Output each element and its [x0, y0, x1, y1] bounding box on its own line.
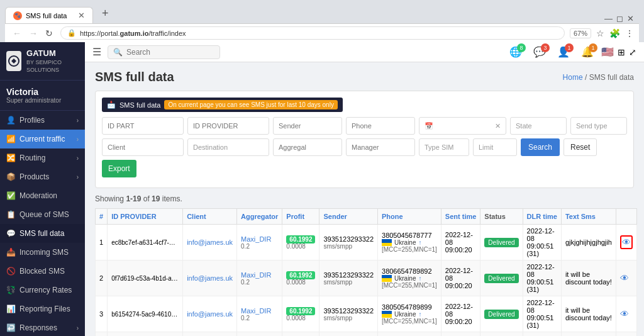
aggregal-input[interactable] [273, 138, 342, 156]
view-button[interactable]: 👁 [620, 273, 629, 283]
top-bar: ☰ 🔍 🌐 8 💬 3 👤 1 [85, 42, 644, 62]
col-sent-time[interactable]: Sent time [441, 209, 480, 225]
grid-view-btn[interactable]: ⊞ [618, 47, 625, 57]
cell-aggregator: Maxi_DIR 0.2 [237, 260, 282, 296]
cell-profit: 60.1992 0.0008 [282, 332, 319, 337]
sidebar-item-profiles[interactable]: 👤Profiles › [0, 111, 85, 130]
extensions-icon[interactable]: 🧩 [609, 28, 620, 38]
reset-button[interactable]: Reset [564, 138, 597, 156]
export-button[interactable]: Export [102, 160, 136, 177]
col-profit[interactable]: Profit [282, 209, 319, 225]
view-button[interactable]: 👁 [620, 235, 633, 249]
notification-btn-3[interactable]: 👤 1 [553, 45, 574, 59]
sidebar-item-moderation[interactable]: ✅Moderation [0, 186, 85, 205]
browser-restore[interactable]: ◻ [616, 14, 623, 23]
notification-btn-4[interactable]: 🔔 1 [577, 45, 597, 59]
cell-text-sms: it will be discount today! [561, 260, 616, 296]
sidebar-item-current-traffic[interactable]: 📶Current traffic › [0, 130, 85, 148]
client-link[interactable]: info@james.uk [187, 310, 233, 318]
language-flag[interactable]: 🇺🇸 [601, 46, 614, 58]
cell-num: 4 [96, 332, 108, 337]
date-picker[interactable]: 📅 ✕ [419, 117, 506, 135]
col-num[interactable]: # [96, 209, 108, 225]
sidebar-item-responses[interactable]: ↩️Responses › [0, 318, 85, 336]
phone-input[interactable] [346, 117, 415, 135]
cell-phone: 3806654789892 Ukraine ↑ [MCC=255,MNC=1] [378, 260, 441, 296]
client-input[interactable] [102, 138, 184, 156]
limit-select[interactable]: Limit [473, 138, 517, 156]
top-bar-right: 🌐 8 💬 3 👤 1 🔔 1 🇺🇸 ⊞ ⤢ [506, 45, 636, 59]
sidebar-item-reporting-files[interactable]: 📊Reporting Files [0, 300, 85, 318]
cell-text-sms: gjkjghijhjgjhgjih [561, 225, 616, 260]
tab-title: SMS full data [26, 12, 74, 20]
manager-input[interactable] [346, 138, 415, 156]
cell-status: Delivered [480, 225, 523, 260]
cell-status: Delivered [480, 260, 523, 296]
client-link[interactable]: info@james.uk [187, 274, 233, 282]
col-dlr-time[interactable]: DLR time [523, 209, 561, 225]
sidebar-item-currency-rates[interactable]: 💱Currency Rates [0, 281, 85, 300]
state-select[interactable]: State [510, 117, 567, 135]
expand-btn[interactable]: ⤢ [629, 47, 636, 57]
filter-notice: 📩 SMS full data On current page you can … [102, 98, 343, 112]
cell-sent-time: 2022-12-08 09:00:20 [441, 225, 480, 260]
sidebar-item-routing[interactable]: 🔀Routing › [0, 148, 85, 167]
url-bar[interactable]: 🔒 https://portal.gatum.io/traffic/index [60, 26, 565, 40]
col-id-provider[interactable]: ID PROVIDER [108, 209, 183, 225]
id-part-input[interactable] [102, 117, 184, 135]
hamburger-menu[interactable]: ☰ [92, 46, 101, 58]
new-tab-button[interactable]: + [94, 4, 116, 23]
send-type-select[interactable]: Send type [570, 117, 627, 135]
cell-sent-time: 2022-12-08 09:00:20 [441, 260, 480, 296]
cell-action: 👁 [616, 332, 636, 337]
back-button[interactable]: ← [10, 27, 24, 40]
calendar-icon: 📅 [425, 122, 433, 130]
client-link[interactable]: info@james.uk [187, 238, 233, 246]
sidebar-item-products[interactable]: 📦Products › [0, 167, 85, 186]
cell-profit: 60.1992 0.0008 [282, 260, 319, 296]
col-phone[interactable]: Phone [378, 209, 441, 225]
sidebar-item-sms-full-data[interactable]: 💬SMS full data [0, 224, 85, 243]
aggregator-link[interactable]: Maxi_DIR [241, 235, 271, 243]
col-text-sms[interactable]: Text Sms [561, 209, 616, 225]
tab-favicon: 🐾 [13, 11, 22, 20]
sidebar-item-blocked-sms[interactable]: 🚫Blocked SMS [0, 262, 85, 281]
cell-sender: 3935123293322 sms/smpp [319, 332, 378, 337]
breadcrumb-home[interactable]: Home [563, 73, 583, 82]
sender-input[interactable] [273, 117, 342, 135]
bookmark-icon[interactable]: ☆ [596, 28, 604, 38]
menu-icon[interactable]: ⋮ [625, 28, 634, 38]
view-button[interactable]: 👁 [620, 309, 629, 319]
cell-client: info@james.uk [183, 260, 237, 296]
table-row: 4 c1b1c026-6aef-4af3-970b-7526f020696c i… [96, 332, 637, 337]
type-sim-select[interactable]: Type SIM [419, 138, 469, 156]
col-aggregator[interactable]: Aggregator [237, 209, 282, 225]
search-button[interactable]: Search [521, 138, 560, 156]
profit-badge: 60.1992 [286, 307, 315, 315]
aggregator-link[interactable]: Maxi_DIR [241, 271, 271, 279]
aggregator-link[interactable]: Maxi_DIR [241, 307, 271, 315]
sidebar-item-queue-sms[interactable]: 📋Queue of SMS [0, 205, 85, 224]
agg-sub: 0.2 [241, 279, 278, 286]
forward-button[interactable]: → [26, 27, 40, 40]
search-input[interactable] [126, 48, 214, 57]
id-provider-input[interactable] [187, 117, 269, 135]
col-sender[interactable]: Sender [319, 209, 378, 225]
active-tab[interactable]: 🐾 SMS full data ✕ [5, 7, 93, 23]
browser-close[interactable]: ✕ [627, 14, 634, 23]
col-client[interactable]: Client [183, 209, 237, 225]
destination-select[interactable]: Destination [187, 138, 269, 156]
page-content: SMS full data Home / SMS full data 📩 SMS… [85, 62, 644, 336]
cell-phone: 3806654789893 Ukraine ↑ [MCC=255,MNC=1] [378, 332, 441, 337]
data-table: # ID PROVIDER Client Aggregator Profit S… [95, 208, 637, 336]
sidebar-item-incoming-sms[interactable]: 📥Incoming SMS [0, 243, 85, 262]
tab-close-button[interactable]: ✕ [78, 11, 85, 20]
notification-btn-2[interactable]: 💬 3 [530, 45, 550, 59]
browser-minimize[interactable]: — [604, 14, 613, 23]
cell-text-sms: it will be discount today! [561, 296, 616, 332]
page-title: SMS full data [95, 70, 174, 84]
notification-btn-1[interactable]: 🌐 8 [506, 45, 526, 59]
cell-sent-time: 2022-12-08 09:00:20 [441, 296, 480, 332]
reload-button[interactable]: ↻ [43, 27, 55, 40]
notice-icon: 📩 [107, 101, 116, 109]
